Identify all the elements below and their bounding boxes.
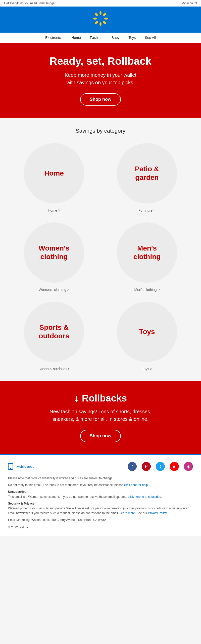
nav-toys[interactable]: Toys	[129, 36, 136, 40]
category-mens-label: Men'sclothing	[133, 244, 161, 261]
category-womens-circle: Women'sclothing	[24, 222, 84, 283]
social-icons-group: f P t ▶ ◉	[128, 462, 193, 471]
click-here-help-link[interactable]: click here for help	[124, 483, 148, 487]
footer-unsubscribe-section: Unsubscribe This email is a Walmart adve…	[8, 490, 193, 499]
walmart-logo-icon[interactable]	[93, 11, 108, 28]
mobile-apps-label: Mobile apps	[17, 465, 34, 468]
category-womens[interactable]: Women'sclothing Women's clothing >	[10, 222, 98, 292]
svg-point-1	[99, 22, 102, 26]
svg-point-4	[94, 13, 98, 17]
category-toys-link[interactable]: Toys >	[142, 367, 152, 371]
top-bar: Get everything you need under budget. My…	[0, 0, 201, 7]
tablet-icon	[8, 463, 13, 470]
footer: Mobile apps f P t ▶ ◉ Please note that p…	[0, 454, 201, 536]
svg-point-6	[103, 13, 107, 17]
header	[0, 7, 201, 33]
nav-see-all[interactable]: See All	[145, 36, 156, 40]
category-home-link[interactable]: Home >	[48, 208, 60, 212]
unsubscribe-title: Unsubscribe	[8, 490, 26, 494]
pinterest-icon[interactable]: P	[142, 462, 151, 471]
category-patio-link[interactable]: Furniture >	[138, 208, 156, 212]
category-sports-circle: Sports &outdoors	[24, 302, 84, 362]
rollback-body: New fashion savings! Tons of shorts, dre…	[15, 408, 186, 423]
category-mens-link[interactable]: Men's clothing >	[134, 288, 160, 292]
category-toys-circle: Toys	[117, 302, 177, 362]
nav-home[interactable]: Home	[71, 36, 81, 40]
rollback-shop-now-button[interactable]: Shop now	[80, 430, 121, 442]
mobile-apps-link[interactable]: Mobile apps	[8, 463, 34, 470]
footer-address: Email Marketing, Walmart.com, 850 Cherry…	[8, 518, 193, 522]
privacy-policy-link[interactable]: Privacy Policy	[148, 511, 167, 515]
hero-shop-now-button[interactable]: Shop now	[80, 93, 121, 106]
navigation: Electronics Home Fashion Baby Toys See A…	[0, 33, 201, 43]
category-toys-label: Toys	[139, 328, 155, 336]
svg-point-2	[93, 18, 97, 20]
learn-more-link[interactable]: Learn more	[120, 511, 135, 515]
my-account-link[interactable]: My account	[182, 2, 197, 5]
footer-copyright: © 2022 Walmart.	[8, 526, 193, 529]
hero-subtext: Keep more money in your walletwith savin…	[15, 71, 186, 86]
hero-heading: Ready, set, Rollback	[15, 55, 186, 67]
nav-electronics[interactable]: Electronics	[45, 36, 62, 40]
top-bar-left: Get everything you need under budget.	[4, 2, 56, 5]
savings-title: Savings by category	[5, 128, 196, 134]
category-sports[interactable]: Sports &outdoors Sports & outdoors >	[10, 302, 98, 371]
category-womens-label: Women'sclothing	[39, 244, 70, 261]
svg-point-0	[99, 11, 102, 15]
svg-rect-9	[10, 468, 11, 469]
category-patio[interactable]: Patio &garden Furniture >	[103, 143, 191, 212]
svg-point-5	[103, 21, 107, 25]
youtube-icon[interactable]: ▶	[170, 462, 179, 471]
facebook-icon[interactable]: f	[128, 462, 137, 471]
instagram-icon[interactable]: ◉	[184, 462, 193, 471]
category-sports-link[interactable]: Sports & outdoors >	[38, 367, 70, 371]
category-home-circle: Home	[24, 143, 84, 203]
category-home[interactable]: Home Home >	[10, 143, 98, 212]
rollback-arrow-icon: ↓	[74, 393, 79, 404]
category-patio-circle: Patio &garden	[117, 143, 177, 203]
footer-security-section: Security & Privacy Walmart protects your…	[8, 501, 193, 516]
svg-point-7	[94, 21, 98, 25]
category-mens-circle: Men'sclothing	[117, 222, 177, 283]
hero-banner: Ready, set, Rollback Keep more money in …	[0, 43, 201, 118]
security-title: Security & Privacy	[8, 502, 34, 505]
savings-section: Savings by category Home Home > Patio &g…	[0, 118, 201, 381]
rollback-banner: ↓ Rollbacks New fashion savings! Tons of…	[0, 381, 201, 454]
nav-baby[interactable]: Baby	[112, 36, 120, 40]
twitter-icon[interactable]: t	[156, 462, 165, 471]
category-home-label: Home	[44, 169, 64, 178]
category-womens-link[interactable]: Women's clothing >	[39, 288, 69, 292]
category-sports-label: Sports &outdoors	[39, 323, 69, 340]
footer-disclaimer-1: Please note that product availability is…	[8, 476, 193, 481]
category-mens[interactable]: Men'sclothing Men's clothing >	[103, 222, 191, 292]
rollback-heading: ↓ Rollbacks	[15, 393, 186, 404]
category-patio-label: Patio &garden	[135, 165, 159, 182]
nav-fashion[interactable]: Fashion	[90, 36, 103, 40]
category-toys[interactable]: Toys Toys >	[103, 302, 191, 371]
unsubscribe-link[interactable]: click here to unsubscribe	[128, 495, 161, 499]
footer-social-row: Mobile apps f P t ▶ ◉	[8, 462, 193, 471]
svg-point-3	[104, 18, 108, 20]
categories-grid: Home Home > Patio &garden Furniture > Wo…	[10, 143, 191, 371]
footer-disclaimer-2: Do not reply to this email. The inbox is…	[8, 483, 193, 488]
